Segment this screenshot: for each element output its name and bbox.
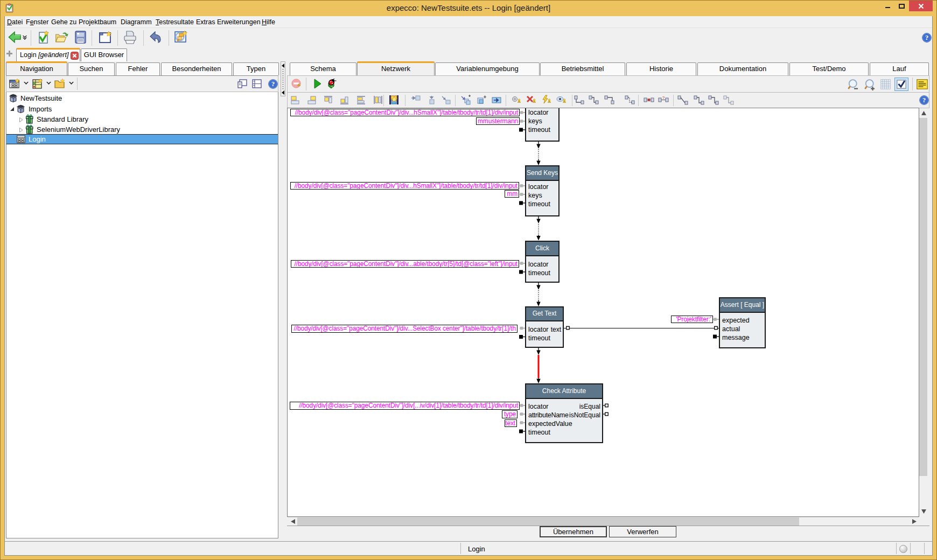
svg-text:?: ? (662, 95, 665, 100)
svg-text:?: ? (925, 34, 928, 41)
svg-text:?: ? (271, 80, 275, 88)
svg-text:?: ? (922, 96, 926, 104)
